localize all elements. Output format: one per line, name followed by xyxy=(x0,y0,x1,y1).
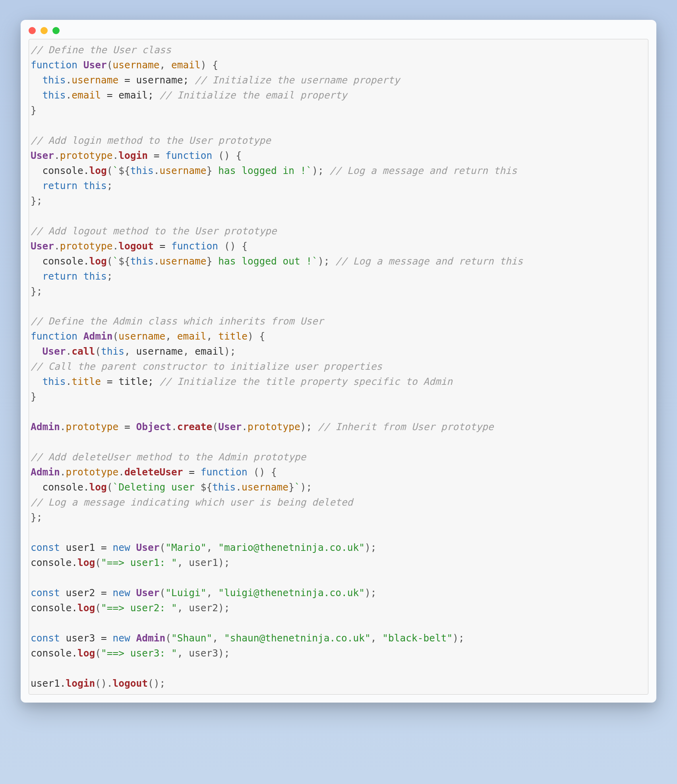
code-token: User xyxy=(218,421,242,433)
code-token: return xyxy=(43,270,78,282)
code-token: // Log a message and return this xyxy=(329,165,517,176)
code-token: this xyxy=(83,180,107,191)
code-token: email xyxy=(171,59,201,71)
code-token: . xyxy=(154,255,160,267)
code-token: username xyxy=(160,165,207,176)
code-token: ${ xyxy=(201,481,213,493)
code-token: User xyxy=(136,587,160,599)
code-token: this xyxy=(212,481,236,493)
code-token: (); xyxy=(148,678,165,689)
code-token: console. xyxy=(31,557,77,568)
code-token: . xyxy=(154,165,160,176)
code-token: ( xyxy=(212,421,218,433)
code-token: new xyxy=(113,542,130,553)
code-token: ( xyxy=(107,165,113,176)
code-token: username xyxy=(118,330,165,342)
code-token: user1. xyxy=(31,678,66,689)
code-token: "Mario" xyxy=(165,542,206,553)
code-token: email xyxy=(177,330,207,342)
code-area[interactable]: // Define the User class function User(u… xyxy=(29,39,648,695)
code-token: ); xyxy=(365,542,377,553)
code-token: ${ xyxy=(118,255,130,267)
code-token: this xyxy=(101,346,124,357)
code-token: , xyxy=(160,59,172,71)
code-token: has logged in !` xyxy=(212,165,312,176)
code-token xyxy=(130,632,136,644)
code-token: return xyxy=(43,180,78,191)
code-token: = title; xyxy=(101,376,160,387)
code-token: function xyxy=(171,240,218,252)
code-token: . xyxy=(66,346,72,357)
code-token: . xyxy=(242,421,248,433)
code-token: } xyxy=(288,481,294,493)
code-token: new xyxy=(113,632,130,644)
close-icon[interactable] xyxy=(29,27,36,34)
code-token: title xyxy=(218,330,248,342)
code-token: ` xyxy=(113,255,119,267)
code-token: // Log a message and return this xyxy=(335,255,523,267)
code-token: Admin xyxy=(31,466,60,478)
code-token: `Deleting user xyxy=(113,481,201,493)
code-token xyxy=(130,542,136,553)
code-token: . xyxy=(54,150,60,161)
code-token: log xyxy=(77,557,95,568)
code-token xyxy=(31,89,43,101)
code-token: "Luigi" xyxy=(165,587,206,599)
code-token: . xyxy=(66,89,72,101)
code-token: ( xyxy=(160,542,166,553)
code-token: = xyxy=(154,240,171,252)
code-token: function xyxy=(201,466,248,478)
code-token: title xyxy=(72,376,101,387)
code-token: prototype xyxy=(248,421,300,433)
code-token: prototype xyxy=(66,466,119,478)
code-token: // Initialize the email property xyxy=(160,89,347,101)
code-token: username xyxy=(160,255,207,267)
code-token: username xyxy=(72,74,118,86)
code-token: User xyxy=(43,346,66,357)
code-token: username xyxy=(242,481,288,493)
code-token: , xyxy=(124,346,136,357)
code-token: . xyxy=(236,481,242,493)
code-token: , user3); xyxy=(177,647,230,659)
code-token: this xyxy=(83,270,107,282)
code-token: log xyxy=(77,602,95,614)
code-token: this xyxy=(43,89,66,101)
code-token: } xyxy=(207,165,213,176)
code-token: "==> user3: " xyxy=(101,647,177,659)
code-token: } xyxy=(31,104,37,116)
code-token: console. xyxy=(31,165,89,176)
code-token: username xyxy=(136,346,183,357)
code-token xyxy=(77,59,83,71)
code-token: username xyxy=(113,59,160,71)
code-token: , user1); xyxy=(177,557,230,568)
code-token: console. xyxy=(31,481,89,493)
code-token: Admin xyxy=(83,330,113,342)
code-token: this xyxy=(43,74,66,86)
code-token xyxy=(77,180,83,191)
minimize-icon[interactable] xyxy=(41,27,48,34)
code-token: user3 = xyxy=(60,632,113,644)
editor-window: // Define the User class function User(u… xyxy=(21,20,656,703)
code-token: // Call the parent constructor to initia… xyxy=(31,361,382,372)
code-token: ); xyxy=(365,587,377,599)
code-content[interactable]: // Define the User class function User(u… xyxy=(31,42,646,691)
maximize-icon[interactable] xyxy=(52,27,60,34)
code-token xyxy=(77,330,83,342)
code-token: // Define the Admin class which inherits… xyxy=(31,315,324,327)
code-token xyxy=(248,466,253,478)
code-token: User xyxy=(31,150,54,161)
code-token: // Inherit from User prototype xyxy=(318,421,494,433)
code-token: ) { xyxy=(248,330,265,342)
code-token: // Add deleteUser method to the Admin pr… xyxy=(31,451,306,463)
code-token: logout xyxy=(113,678,148,689)
code-token: = xyxy=(118,421,136,433)
code-token: const xyxy=(31,632,60,644)
code-token: log xyxy=(77,647,95,659)
code-token: ); xyxy=(300,421,318,433)
code-token: ); xyxy=(224,346,236,357)
code-token: ); xyxy=(300,481,312,493)
code-token: . xyxy=(113,240,119,252)
code-token: () { xyxy=(224,240,248,252)
code-token: log xyxy=(89,165,107,176)
code-token: . xyxy=(66,376,72,387)
